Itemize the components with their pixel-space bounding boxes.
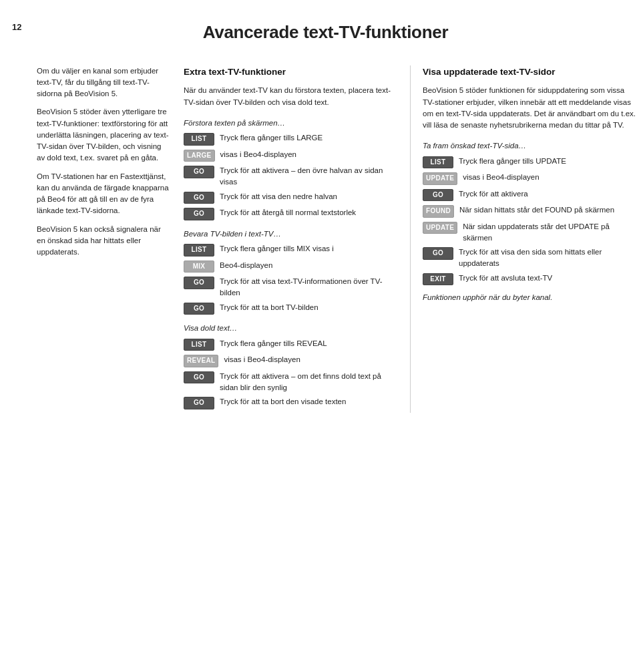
key-found-badge: FOUND bbox=[423, 205, 454, 218]
key-reveal: REVEAL bbox=[184, 355, 218, 367]
sub-section-2-title: Bevara TV-bilden i text-TV… bbox=[184, 228, 398, 240]
instruction-text: Tryck flera gånger tills LARGE bbox=[220, 132, 323, 144]
key-go-3: GO bbox=[184, 208, 214, 220]
left-para-2: BeoVision 5 stöder även ytterligare tre … bbox=[37, 106, 170, 164]
instruction-row: GO Tryck för att visa text-TV-informatio… bbox=[184, 276, 398, 298]
key-go-2: GO bbox=[184, 192, 214, 204]
instruction-row: REVEAL visas i Beo4-displayen bbox=[184, 354, 398, 367]
instruction-row: GO Tryck för att visa den nedre halvan bbox=[184, 191, 398, 204]
instruction-row: GO Tryck för att ta bort den visade text… bbox=[184, 396, 398, 409]
instruction-row: EXIT Tryck för att avsluta text-TV bbox=[423, 273, 638, 286]
key-list-right-1: LIST bbox=[423, 156, 453, 169]
right-note: Funktionen upphör när du byter kanal. bbox=[423, 292, 638, 303]
right-section-intro: BeoVision 5 stöder funktionen för sidupp… bbox=[423, 85, 638, 131]
key-update-badge-2: UPDATE bbox=[423, 222, 457, 234]
key-list-1: LIST bbox=[184, 133, 214, 146]
left-para-3: Om TV-stationen har en Fastexttjänst, ka… bbox=[37, 171, 170, 217]
instruction-row: GO Tryck för att visa den sida som hitta… bbox=[423, 246, 638, 269]
key-go-5: GO bbox=[184, 303, 214, 315]
key-mix: MIX bbox=[184, 261, 214, 273]
key-update-badge: UPDATE bbox=[423, 172, 457, 185]
instruction-row: LIST Tryck flera gånger tills REVEAL bbox=[184, 338, 398, 351]
instruction-row: LIST Tryck flera gånger tills MIX visas … bbox=[184, 243, 398, 257]
mid-section-intro: När du använder text-TV kan du förstora … bbox=[184, 85, 398, 108]
instruction-text: Tryck för att aktivera – om det finns do… bbox=[220, 371, 398, 393]
right-subsection-title: Ta fram önskad text-TV-sida… bbox=[423, 140, 638, 152]
instruction-text: Tryck för att aktivera – den övre halvan… bbox=[220, 165, 398, 187]
instruction-text: Tryck för att ta bort TV-bilden bbox=[220, 302, 318, 313]
mid-column: Extra text-TV-funktioner När du använder… bbox=[184, 65, 411, 413]
right-column: Visa uppdaterade text-TV-sidor BeoVision… bbox=[411, 65, 638, 413]
instruction-row: GO Tryck för att återgå till normal text… bbox=[184, 207, 398, 220]
instruction-row: LIST Tryck flera gånger tills LARGE bbox=[184, 132, 398, 146]
right-section-title: Visa uppdaterade text-TV-sidor bbox=[423, 65, 638, 79]
instruction-text: Tryck för att aktivera bbox=[459, 188, 528, 200]
instruction-text: visas i Beo4-displayen bbox=[224, 354, 300, 365]
key-list-2: LIST bbox=[184, 244, 214, 257]
instruction-text: När sidan hittats står det FOUND på skär… bbox=[459, 204, 614, 216]
key-exit-badge: EXIT bbox=[423, 273, 453, 286]
instruction-text: Beo4-displayen bbox=[220, 260, 272, 271]
columns-container: Om du väljer en kanal som erbjuder text-… bbox=[37, 65, 614, 413]
instruction-row: FOUND När sidan hittats står det FOUND p… bbox=[423, 204, 638, 218]
instruction-text: Tryck flera gånger tills UPDATE bbox=[459, 156, 566, 167]
instruction-row: LIST Tryck flera gånger tills UPDATE bbox=[423, 156, 638, 169]
instruction-text: Tryck för att ta bort den visade texten bbox=[220, 396, 346, 407]
instruction-text: Tryck för att visa den sida som hittats … bbox=[459, 246, 638, 269]
instruction-row: MIX Beo4-displayen bbox=[184, 260, 398, 273]
key-go-4: GO bbox=[184, 277, 214, 289]
instruction-text: visas i Beo4-displayen bbox=[463, 172, 539, 183]
left-para-1: Om du väljer en kanal som erbjuder text-… bbox=[37, 65, 170, 100]
instruction-text: Tryck för att återgå till normal textsto… bbox=[220, 207, 356, 218]
instruction-text: När sidan uppdaterats står det UPDATE på… bbox=[463, 221, 638, 243]
instruction-row: LARGE visas i Beo4-displayen bbox=[184, 149, 398, 162]
page-title: Avancerade text-TV-funktioner bbox=[37, 20, 614, 45]
page-number: 12 bbox=[12, 21, 21, 34]
mid-section-title: Extra text-TV-funktioner bbox=[184, 65, 398, 79]
key-large: LARGE bbox=[184, 150, 215, 162]
key-go-right-1: GO bbox=[423, 189, 453, 202]
instruction-row: GO Tryck för att aktivera – om det finns… bbox=[184, 371, 398, 393]
instruction-text: Tryck flera gånger tills MIX visas i bbox=[220, 243, 334, 255]
sub-section-3-title: Visa dold text… bbox=[184, 323, 398, 334]
key-go-right-2: GO bbox=[423, 247, 453, 260]
instruction-text: Tryck för att visa text-TV-informationen… bbox=[220, 276, 398, 298]
page: 12 Avancerade text-TV-funktioner Om du v… bbox=[0, 0, 641, 672]
instruction-row: GO Tryck för att aktivera bbox=[423, 188, 638, 202]
instruction-text: Tryck flera gånger tills REVEAL bbox=[220, 338, 327, 349]
key-go-6: GO bbox=[184, 371, 214, 384]
instruction-text: visas i Beo4-displayen bbox=[220, 149, 296, 160]
instruction-row: GO Tryck för att ta bort TV-bilden bbox=[184, 302, 398, 315]
key-go-1: GO bbox=[184, 166, 214, 178]
instruction-row: GO Tryck för att aktivera – den övre hal… bbox=[184, 165, 398, 187]
instruction-row: UPDATE När sidan uppdaterats står det UP… bbox=[423, 221, 638, 243]
instruction-row: UPDATE visas i Beo4-displayen bbox=[423, 172, 638, 185]
left-para-4: BeoVision 5 kan också signalera när en ö… bbox=[37, 224, 170, 259]
key-go-7: GO bbox=[184, 397, 214, 409]
instruction-text: Tryck för att avsluta text-TV bbox=[459, 273, 552, 284]
instruction-text: Tryck för att visa den nedre halvan bbox=[220, 191, 337, 202]
sub-section-1-title: Förstora texten på skärmen… bbox=[184, 118, 398, 129]
left-column: Om du väljer en kanal som erbjuder text-… bbox=[37, 65, 184, 413]
key-list-3: LIST bbox=[184, 339, 214, 351]
